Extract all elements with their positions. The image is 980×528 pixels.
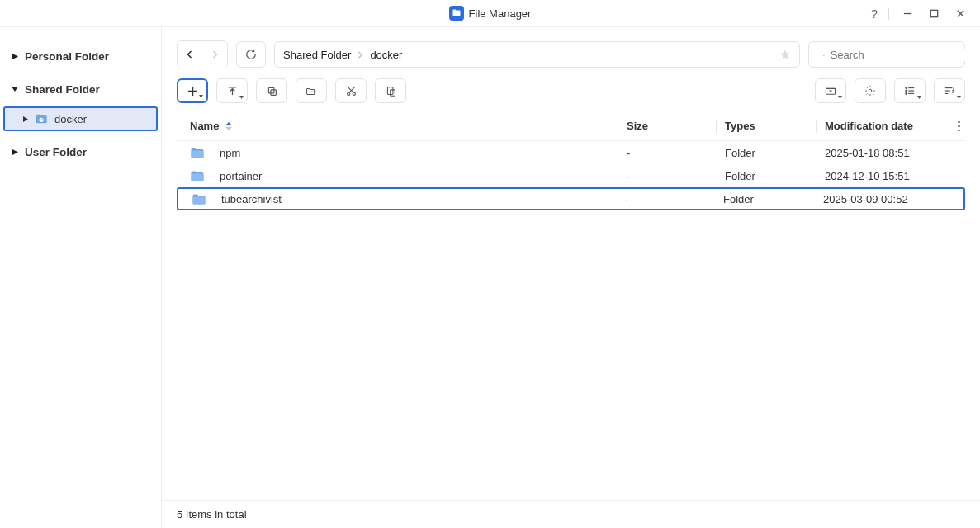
file-modified: 2025-03-09 00:52	[823, 193, 963, 205]
column-menu-icon[interactable]	[958, 120, 960, 131]
svg-marker-43	[225, 122, 232, 125]
sidebar-label: User Folder	[25, 146, 87, 158]
column-types[interactable]: Types	[725, 120, 816, 132]
svg-point-35	[906, 93, 907, 95]
caret-down-icon	[239, 96, 244, 99]
paste-button[interactable]	[375, 78, 406, 103]
file-type: Folder	[725, 147, 816, 159]
window-controls: ?	[864, 0, 973, 27]
shared-folder-icon	[35, 113, 48, 125]
archive-button[interactable]	[815, 78, 846, 103]
new-button[interactable]	[177, 78, 208, 103]
svg-point-47	[958, 129, 960, 131]
file-size: -	[627, 170, 716, 182]
svg-marker-29	[838, 96, 842, 99]
chevron-right-icon	[357, 51, 363, 59]
app-title: File Manager	[469, 7, 532, 20]
svg-rect-17	[268, 87, 274, 93]
caret-down-icon	[917, 96, 921, 99]
folder-icon	[190, 169, 205, 182]
nav-forward-button[interactable]	[202, 41, 227, 68]
table-row[interactable]: npm-Folder2025-01-18 08:51	[177, 141, 965, 164]
sidebar-label: Shared Folder	[25, 83, 100, 96]
file-modified: 2024-12-10 15:51	[825, 170, 965, 182]
svg-rect-1	[930, 10, 937, 16]
nav-back-button[interactable]	[178, 41, 202, 68]
file-name: portainer	[220, 170, 262, 182]
svg-rect-26	[826, 88, 835, 94]
view-mode-button[interactable]	[894, 78, 926, 103]
caret-down-icon	[838, 96, 842, 99]
svg-point-33	[906, 90, 907, 92]
sidebar-root-user[interactable]: User Folder	[0, 139, 161, 164]
search-sep: ·	[822, 49, 826, 61]
svg-point-46	[958, 125, 960, 127]
svg-rect-50	[193, 196, 206, 204]
svg-point-20	[347, 92, 349, 95]
breadcrumb-current[interactable]: docker	[370, 49, 402, 61]
sidebar: Personal Folder Shared Folder docker Use…	[0, 27, 162, 528]
caret-down-icon	[957, 96, 961, 99]
status-bar: 5 Items in total	[162, 500, 980, 528]
separator	[888, 8, 889, 20]
svg-marker-44	[225, 127, 232, 130]
svg-point-30	[869, 89, 872, 92]
upload-button[interactable]	[216, 78, 248, 103]
move-button[interactable]	[296, 78, 327, 103]
titlebar: File Manager ?	[0, 0, 980, 27]
svg-rect-18	[270, 89, 276, 95]
copy-button[interactable]	[256, 78, 287, 103]
svg-marker-16	[239, 96, 244, 99]
column-size[interactable]: Size	[627, 120, 716, 132]
search-box[interactable]: ·	[808, 41, 965, 68]
app-icon	[449, 6, 464, 21]
svg-rect-48	[192, 150, 204, 158]
file-type: Folder	[725, 170, 816, 182]
file-name: tubearchivist	[221, 193, 282, 205]
svg-point-45	[958, 120, 960, 123]
svg-marker-8	[12, 149, 18, 155]
caret-down-icon	[12, 87, 18, 92]
svg-marker-4	[12, 54, 18, 59]
breadcrumb-root[interactable]: Shared Folder	[283, 49, 351, 61]
sidebar-item-docker[interactable]: docker	[3, 106, 158, 131]
sort-asc-icon	[225, 122, 232, 130]
toolbar	[162, 73, 980, 111]
sidebar-item-label: docker	[54, 113, 87, 125]
status-text: 5 Items in total	[177, 508, 247, 521]
svg-point-21	[353, 92, 355, 95]
svg-marker-37	[917, 96, 921, 99]
help-button[interactable]: ?	[864, 3, 885, 25]
file-name: npm	[220, 147, 240, 159]
minimize-button[interactable]	[894, 2, 921, 26]
caret-down-icon	[199, 95, 203, 98]
table-row[interactable]: tubearchivist-Folder2025-03-09 00:52	[177, 187, 965, 210]
settings-button[interactable]	[855, 78, 886, 103]
file-table: Name Size Types Modification date npm-Fo…	[162, 111, 980, 500]
svg-rect-49	[192, 173, 204, 181]
caret-right-icon	[23, 116, 28, 122]
column-name[interactable]: Name	[177, 120, 618, 132]
maximize-button[interactable]	[921, 2, 947, 26]
column-modification[interactable]: Modification date	[825, 120, 965, 132]
sidebar-root-personal[interactable]: Personal Folder	[0, 44, 161, 68]
svg-marker-5	[12, 87, 18, 92]
topbar: Shared Folder docker ·	[162, 27, 980, 73]
table-row[interactable]: portainer-Folder2024-12-10 15:51	[177, 164, 965, 187]
sidebar-root-shared[interactable]: Shared Folder	[0, 77, 161, 101]
svg-marker-6	[23, 116, 28, 122]
favorite-star-icon[interactable]	[779, 49, 791, 60]
svg-marker-13	[199, 95, 203, 98]
table-header: Name Size Types Modification date	[177, 111, 965, 141]
file-modified: 2025-01-18 08:51	[825, 147, 965, 159]
refresh-button[interactable]	[236, 41, 266, 68]
sort-button[interactable]	[934, 78, 965, 103]
caret-right-icon	[12, 149, 18, 155]
caret-right-icon	[12, 54, 18, 59]
close-button[interactable]	[947, 2, 973, 26]
main-area: Shared Folder docker ·	[162, 27, 980, 528]
cut-button[interactable]	[335, 78, 367, 103]
search-input[interactable]	[831, 49, 969, 61]
breadcrumb-bar[interactable]: Shared Folder docker	[274, 41, 800, 68]
sidebar-label: Personal Folder	[25, 50, 109, 63]
